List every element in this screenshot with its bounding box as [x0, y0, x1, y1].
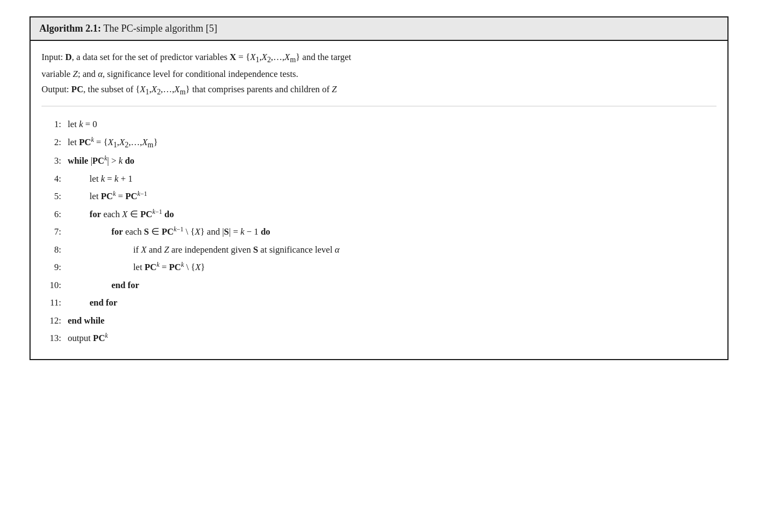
step-13: 13: output PCk [42, 330, 716, 347]
step-1-content: let k = 0 [68, 117, 97, 133]
input-X-bold: X [230, 52, 236, 62]
input-line: Input: D, a data set for the set of pred… [42, 50, 716, 67]
step-9-num: 9: [42, 259, 68, 276]
step-6: 6: for each X ∈ PCk−1 do [42, 206, 716, 223]
step-1-num: 1: [42, 116, 68, 133]
step-4: 4: let k = k + 1 [42, 171, 716, 188]
step-1: 1: let k = 0 [42, 116, 716, 133]
algorithm-title-rest: The PC-simple algorithm [5] [103, 23, 217, 34]
step-5-content: let PCk = PCk−1 [68, 189, 147, 205]
step-11-num: 11: [42, 295, 68, 312]
step-8: 8: if X and Z are independent given S at… [42, 242, 716, 259]
input-line2: variable Z; and α, significance level fo… [42, 67, 716, 82]
step-13-num: 13: [42, 330, 68, 347]
output-line: Output: PC, the subset of {X1,X2,…,Xm} t… [42, 82, 716, 99]
step-7: 7: for each S ∈ PCk−1 \ {X} and |S| = k … [42, 224, 716, 241]
input-D: D [66, 52, 72, 62]
step-3: 3: while |PCk| > k do [42, 153, 716, 170]
algorithm-header: Algorithm 2.1: The PC-simple algorithm [… [31, 17, 727, 41]
step-10: 10: end for [42, 277, 716, 294]
step-6-num: 6: [42, 206, 68, 223]
step-4-content: let k = k + 1 [68, 171, 133, 187]
step-12: 12: end while [42, 313, 716, 330]
output-PC: PC [72, 84, 84, 94]
step-11-content: end for [68, 295, 117, 311]
step-9-content: let PCk = PCk \ {X} [68, 260, 205, 276]
step-4-num: 4: [42, 171, 68, 188]
step-3-num: 3: [42, 153, 68, 170]
step-2-content: let PCk = {X1,X2,…,Xm} [68, 135, 158, 152]
step-8-content: if X and Z are independent given S at si… [68, 242, 340, 258]
step-6-content: for each X ∈ PCk−1 do [68, 207, 174, 223]
step-10-content: end for [68, 278, 139, 294]
step-9: 9: let PCk = PCk \ {X} [42, 259, 716, 276]
step-12-num: 12: [42, 313, 68, 330]
step-10-num: 10: [42, 277, 68, 294]
step-7-num: 7: [42, 224, 68, 241]
algorithm-steps: 1: let k = 0 2: let PCk = {X1,X2,…,Xm} 3… [42, 116, 716, 347]
step-8-num: 8: [42, 242, 68, 259]
step-13-content: output PCk [68, 331, 108, 346]
step-5-num: 5: [42, 188, 68, 205]
algorithm-body: Input: D, a data set for the set of pred… [31, 41, 727, 359]
algorithm-box: Algorithm 2.1: The PC-simple algorithm [… [29, 16, 729, 360]
step-2: 2: let PCk = {X1,X2,…,Xm} [42, 134, 716, 152]
step-7-content: for each S ∈ PCk−1 \ {X} and |S| = k − 1… [68, 224, 270, 240]
step-5: 5: let PCk = PCk−1 [42, 188, 716, 205]
step-12-content: end while [68, 313, 104, 329]
step-11: 11: end for [42, 295, 716, 312]
input-output-section: Input: D, a data set for the set of pred… [42, 50, 716, 106]
algorithm-title-bold: Algorithm 2.1: [39, 23, 101, 34]
step-2-num: 2: [42, 134, 68, 151]
step-3-content: while |PCk| > k do [68, 153, 134, 169]
